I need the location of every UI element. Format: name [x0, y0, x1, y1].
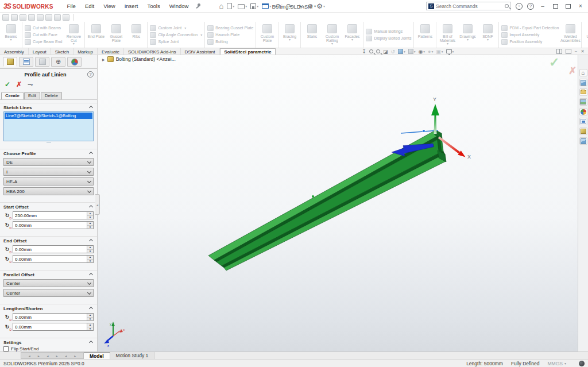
hide-show-items-icon[interactable]: ◉: [418, 49, 425, 55]
login-user-icon[interactable]: ◦: [516, 3, 523, 10]
zoom-fit-icon[interactable]: ↧: [362, 49, 366, 55]
view-orientation-icon[interactable]: [398, 49, 405, 54]
profile-standard-dropdown[interactable]: DE: [3, 158, 94, 166]
start-offset-2-stepper[interactable]: [13, 221, 94, 229]
split-pane-icon[interactable]: [556, 49, 562, 54]
bearing-gusset-plate-button[interactable]: Bearing Gusset Plate: [207, 25, 253, 31]
mode-tab-delete[interactable]: Delete: [41, 92, 62, 99]
clip-angle-connection-button[interactable]: Clip Angle Connection: [150, 32, 202, 38]
sketch-line-item[interactable]: Line7@Sketch1@Sketch-1@Bolting: [5, 113, 92, 119]
solidworks-resources-icon[interactable]: [579, 79, 587, 86]
maximize-button[interactable]: [551, 3, 559, 10]
assembly-toolbar-icon[interactable]: [28, 14, 35, 21]
pane-display-icon[interactable]: [566, 49, 571, 54]
appearances-scenes-icon[interactable]: [579, 118, 587, 125]
tab-motion-study[interactable]: Motion Study 1: [110, 352, 155, 359]
tab-evaluate[interactable]: Evaluate: [98, 48, 124, 55]
save-icon[interactable]: [250, 3, 258, 9]
assembly-toolbar-icon[interactable]: [11, 14, 18, 21]
manual-boltings-button[interactable]: Manual Boltings: [366, 29, 411, 34]
welded-assemblies-button[interactable]: Welded Assemblies: [560, 23, 580, 47]
confirm-cancel-icon[interactable]: ✗: [568, 65, 577, 76]
ok-button[interactable]: ✓: [5, 80, 10, 88]
cope-beam-end-button[interactable]: Cope Beam End: [25, 39, 62, 45]
patterns-button[interactable]: Patterns: [415, 23, 435, 47]
ribs-button[interactable]: Ribs: [126, 23, 146, 47]
spinner-arrows[interactable]: [87, 212, 93, 219]
custom-railing-button[interactable]: Custom Railing▾: [322, 23, 342, 47]
tab-solidworks-add-ins[interactable]: SOLIDWORKS Add-Ins: [124, 48, 181, 55]
keep-visible-pin-icon[interactable]: ⊸: [28, 81, 33, 88]
redo-icon[interactable]: [286, 2, 294, 10]
minimize-button[interactable]: –: [539, 3, 547, 10]
spinner-arrows[interactable]: [87, 222, 93, 229]
assembly-toolbar-icon[interactable]: [54, 14, 61, 21]
parallel-offset-1-dropdown[interactable]: Center: [3, 279, 94, 287]
assembly-toolbar-icon[interactable]: [45, 14, 52, 21]
collapse-chevron-icon[interactable]: [89, 307, 93, 311]
start-offset-1-stepper[interactable]: [13, 211, 94, 219]
sdnf-button[interactable]: SDNF▾: [478, 23, 497, 47]
help-icon[interactable]: ?: [527, 3, 534, 10]
tab-sketch[interactable]: Sketch: [51, 48, 74, 55]
drawings-button[interactable]: Drawings▾: [458, 23, 477, 47]
bracing-button[interactable]: Bracing▾: [280, 23, 299, 47]
lengthen-1-stepper[interactable]: [13, 313, 94, 321]
assembly-toolbar-icon[interactable]: [63, 14, 69, 21]
file-explorer-icon[interactable]: [579, 98, 587, 106]
collapse-chevron-icon[interactable]: [89, 205, 93, 209]
sketch-lines-listbox[interactable]: Line7@Sketch1@Sketch-1@Bolting: [3, 111, 94, 141]
sketch-point-handle[interactable]: [423, 130, 425, 132]
home-icon[interactable]: [219, 2, 223, 10]
previous-view-icon[interactable]: ↺: [390, 49, 395, 55]
collapse-chevron-icon[interactable]: [89, 239, 93, 243]
menu-edit[interactable]: Edit: [80, 1, 99, 11]
cut-with-beams-button[interactable]: Cut with Beams: [25, 25, 62, 31]
haunch-plate-button[interactable]: Haunch Plate: [207, 32, 253, 38]
apply-scene-icon[interactable]: ▣: [436, 49, 443, 55]
end-offset-2-input[interactable]: [13, 256, 87, 262]
new-document-icon[interactable]: [227, 3, 234, 9]
zoom-area-icon[interactable]: [369, 49, 373, 53]
close-button[interactable]: ×: [577, 3, 585, 10]
start-offset-2-input[interactable]: [13, 222, 87, 229]
print-icon[interactable]: [262, 3, 271, 9]
viewport-canvas[interactable]: ✓ ✗ Y: [98, 55, 578, 351]
assembly-toolbar-icon[interactable]: [37, 14, 44, 21]
custom-properties-icon[interactable]: [579, 128, 587, 135]
menu-file[interactable]: File: [63, 1, 80, 11]
menu-window[interactable]: Window: [165, 1, 194, 11]
remove-cut-button[interactable]: Remove Cut▾: [64, 23, 83, 47]
menu-tools[interactable]: Tools: [142, 1, 164, 11]
tab-markup[interactable]: Markup: [74, 48, 98, 55]
options-gear-icon[interactable]: [316, 2, 325, 10]
tab-solidsteel-parametric[interactable]: SolidSteel parametric: [220, 48, 276, 55]
menu-view[interactable]: View: [99, 1, 119, 11]
collapse-chevron-icon[interactable]: [89, 273, 93, 277]
position-assembly-button[interactable]: Position Assembly: [501, 39, 559, 45]
graphics-viewport[interactable]: Bolting (Standard) <Anzei... ✓ ✗: [98, 55, 578, 351]
splice-joint-button[interactable]: Splice Joint: [150, 39, 202, 45]
search-commands-box[interactable]: S: [426, 2, 511, 10]
custom-plate-button[interactable]: Custom Plate: [257, 23, 277, 47]
collapse-chevron-icon[interactable]: [89, 341, 93, 345]
listbox-resize-grip[interactable]: [47, 142, 51, 144]
status-globe-icon[interactable]: [579, 361, 585, 366]
update-button[interactable]: Update▾: [583, 23, 588, 47]
home-icon[interactable]: ⌂: [579, 69, 587, 76]
restore-button[interactable]: [564, 3, 572, 10]
beams-button[interactable]: Beams▾: [1, 23, 21, 47]
flip-start-end-checkbox[interactable]: [3, 346, 9, 351]
start-offset-1-input[interactable]: [13, 212, 87, 219]
display-style-icon[interactable]: [408, 49, 416, 54]
custom-joint-button[interactable]: Custom Joint: [150, 25, 202, 31]
collapse-chevron-icon[interactable]: [89, 152, 93, 156]
units-selector[interactable]: MMGS: [548, 361, 566, 366]
axis-y-arrow[interactable]: Y: [431, 96, 439, 134]
mode-tab-edit[interactable]: Edit: [24, 92, 40, 99]
tab-property-manager[interactable]: [3, 57, 17, 67]
edit-appearance-icon[interactable]: ●: [428, 49, 433, 55]
end-offset-1-input[interactable]: [13, 246, 87, 253]
tab-model[interactable]: Model: [84, 352, 110, 359]
end-offset-2-stepper[interactable]: [13, 255, 94, 263]
